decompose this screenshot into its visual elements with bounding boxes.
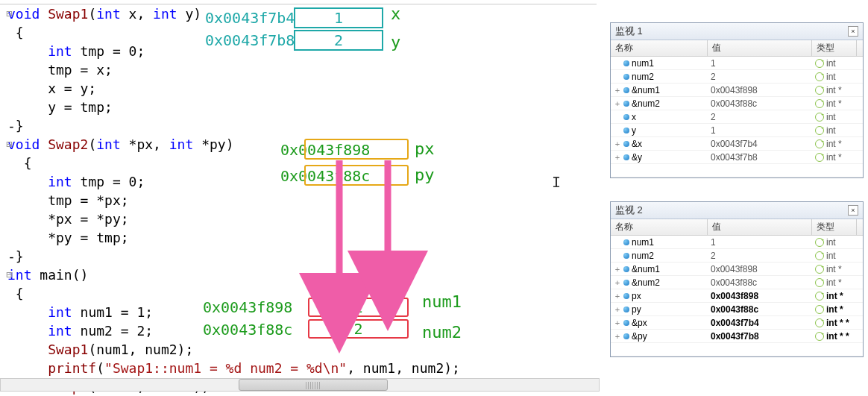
t: y = tmp; [7,99,113,115]
watch-row[interactable]: +&num20x0043f88cint * [611,97,863,110]
code-editor[interactable]: ⊟void Swap1(int x, int y) { int tmp = 0;… [0,4,597,392]
var-name: &num2 [632,97,660,110]
label-num2: num2 [422,323,462,342]
refresh-icon[interactable] [815,238,824,247]
t: tmp = 0; [72,43,145,59]
addr-x: 0x0043f7b4 [205,9,295,27]
refresh-icon[interactable] [815,126,824,135]
refresh-icon[interactable] [815,72,824,81]
label-y: y [391,33,400,51]
box-num2-value: 2 [308,319,409,339]
str: "Swap1::num1 = %d num2 = %d\n" [104,360,347,376]
col-type[interactable]: 类型 [812,40,857,56]
watch-row[interactable]: y1int [611,124,863,137]
watch-row[interactable]: x2int [611,110,863,124]
t: tmp = *px; [7,192,129,208]
expand-icon[interactable]: + [614,289,621,303]
watch-row[interactable]: num11int [611,236,863,249]
refresh-icon[interactable] [815,251,824,260]
var-name: num1 [632,236,654,249]
kw: int [7,174,72,189]
watch-panel-1[interactable]: 监视 1 × 名称 值 类型 num11intnum22int+&num10x0… [610,22,864,178]
col-name[interactable]: 名称 [611,219,708,235]
refresh-icon[interactable] [815,278,824,287]
scrollbar-thumb[interactable] [239,379,388,391]
expand-icon[interactable]: + [614,137,621,151]
refresh-icon[interactable] [815,59,824,68]
var-type: int [826,124,836,137]
expand-icon[interactable]: + [614,316,621,330]
close-icon[interactable]: × [848,205,858,216]
refresh-icon[interactable] [815,305,824,314]
refresh-icon[interactable] [815,265,824,274]
variable-icon [623,320,629,326]
t: *px, [121,136,169,152]
refresh-icon[interactable] [815,86,824,95]
col-type[interactable]: 类型 [812,219,857,235]
var-name: &y [632,151,642,164]
watch-empty-row[interactable] [611,164,863,177]
col-value[interactable]: 值 [708,219,812,235]
t: ( [88,136,96,152]
watch1-title-bar[interactable]: 监视 1 × [611,23,863,40]
var-value: 0x0043f898 [708,84,812,96]
t: { [7,25,24,40]
expand-icon[interactable]: + [614,330,621,343]
watch-row[interactable]: +&num10x0043f898int * [611,84,863,97]
t: ( [96,360,104,376]
watch1-header[interactable]: 名称 值 类型 [611,40,863,57]
box-num1-value: 1 [308,298,409,317]
watch-row[interactable]: num11int [611,57,863,70]
watch-panel-2[interactable]: 监视 2 × 名称 值 类型 num11intnum22int+&num10x0… [610,201,864,357]
var-value: 2 [708,110,812,123]
expand-icon[interactable]: + [614,151,621,164]
watch-row[interactable]: +&num10x0043f898int * [611,263,863,276]
expand-icon[interactable]: + [614,276,621,289]
variable-icon [623,253,629,259]
var-name: num2 [632,249,654,263]
t: main() [32,267,89,283]
watch-row[interactable]: +&px0x0043f7b4int * * [611,316,863,330]
expand-icon[interactable]: + [614,263,621,276]
var-value: 0x0043f88c [708,97,812,110]
var-type: int * [826,151,842,164]
t: (num1, num2); [88,342,193,357]
watch-row[interactable]: +py0x0043f88cint * [611,303,863,316]
t: tmp = x; [7,62,113,78]
watch-empty-row[interactable] [611,343,863,356]
kw: int [96,136,121,152]
refresh-icon[interactable] [815,153,824,162]
refresh-icon[interactable] [815,318,824,327]
refresh-icon[interactable] [815,113,824,122]
t: -} [7,118,24,133]
watch-row[interactable]: +px0x0043f898int * [611,289,863,303]
fn: printf [7,360,96,376]
watch-row[interactable]: num22int [611,249,863,263]
var-value: 0x0043f7b8 [708,330,812,342]
close-icon[interactable]: × [848,26,858,37]
watch-row[interactable]: +&py0x0043f7b8int * * [611,330,863,343]
watch1-rows: num11intnum22int+&num10x0043f898int *+&n… [611,57,863,164]
expand-icon[interactable]: + [614,303,621,316]
var-type: int * [826,276,842,289]
watch2-title-bar[interactable]: 监视 2 × [611,202,863,219]
watch-row[interactable]: num22int [611,70,863,84]
t: *py) [193,136,233,152]
refresh-icon[interactable] [815,292,824,301]
var-name: &num1 [632,263,660,276]
col-name[interactable]: 名称 [611,40,708,56]
refresh-icon[interactable] [815,139,824,148]
watch-row[interactable]: +&num20x0043f88cint * [611,276,863,289]
refresh-icon[interactable] [815,332,824,341]
expand-icon[interactable]: + [614,84,621,97]
refresh-icon[interactable] [815,99,824,108]
watch-row[interactable]: +&y0x0043f7b8int * [611,151,863,164]
col-value[interactable]: 值 [708,40,812,56]
watch2-header[interactable]: 名称 值 类型 [611,219,863,236]
var-name: &py [632,330,647,343]
var-name: &num2 [632,276,660,289]
watch-row[interactable]: +&x0x0043f7b4int * [611,137,863,151]
watch2-rows: num11intnum22int+&num10x0043f898int *+&n… [611,236,863,343]
expand-icon[interactable]: + [614,97,621,110]
t: x = y; [7,81,96,96]
